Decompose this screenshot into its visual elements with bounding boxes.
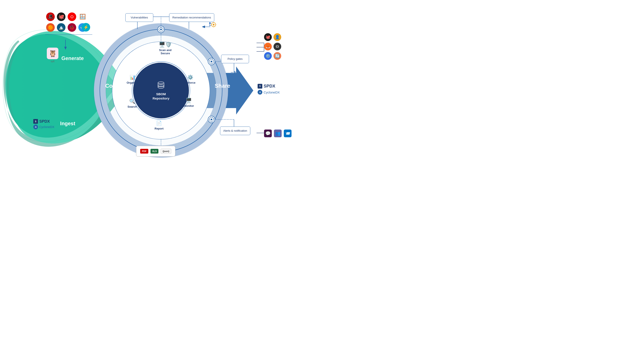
organize-label: 📊 Organize (127, 75, 139, 84)
generate-label: Generate (62, 55, 84, 61)
notification-icons: 💬 👥 📨 (264, 129, 292, 137)
sbom-label: SBOM Repository (153, 92, 169, 100)
syft-icon: 🦉 (47, 48, 58, 59)
alpine-logo: 🏔️ (57, 23, 66, 32)
spdx-left-label: SPDX (39, 119, 50, 124)
cicd-icons: 🐙 👤 🦊 CI ⚙️ 🔄 (264, 33, 281, 60)
user-cicd-icon: 👤 (274, 33, 281, 41)
center-label: SBOM Repository (153, 81, 169, 100)
search-label: 🔍 Search (128, 99, 137, 108)
xlsx-badge: XLS (150, 149, 158, 154)
top-logos-grid: 🎩 🐙 ⬡ 🪟 🟠 🏔️ 🐞 🐳 (46, 12, 87, 32)
collect-label: Collect (105, 82, 124, 89)
logos-divider (45, 34, 92, 35)
redhat-logo: 🎩 (46, 12, 55, 21)
database-icon (153, 81, 169, 91)
syft-block: 🦉 syft (47, 48, 58, 63)
teams-icon: 👥 (274, 129, 282, 137)
output-formats-box: PDF XLS {json} (136, 146, 176, 157)
policy-gates-box: Policy gates (221, 55, 249, 63)
syft-label: syft (51, 60, 54, 63)
svg-marker-48 (204, 24, 212, 26)
spdx-right: S SPDX ♻ CycloneDX (258, 84, 280, 95)
svg-marker-40 (202, 25, 205, 28)
vulnerabilities-box: Vulnerabilities (125, 13, 153, 22)
svg-point-17 (210, 61, 212, 62)
github-cicd-icon: 🐙 (264, 33, 272, 41)
svg-marker-47 (204, 22, 212, 24)
report-label: 📄 Report (154, 120, 164, 130)
scan-secure-label: 🖥️🛡️ Scan and Secure (159, 42, 172, 55)
email-icon: 📨 (284, 129, 292, 137)
cyclonedx-right-label: CycloneDX (264, 90, 280, 94)
cyclonedx-left-label: CycloneDX (39, 125, 54, 129)
github-logo: 🐙 (57, 12, 66, 21)
kubernetes-icon: ⚙️ (264, 52, 272, 60)
argo-icon: 🔄 (274, 52, 281, 60)
search-icon: 🔍 (129, 99, 135, 104)
enforce-label: ⚙️ Enforce (185, 75, 195, 84)
enforce-icon: ⚙️ (188, 75, 193, 80)
pdf-badge: PDF (140, 149, 148, 154)
falco-logo: ⚡ (82, 23, 90, 31)
spdx-right-label: SPDX (264, 84, 275, 89)
svg-point-64 (158, 86, 164, 88)
oracle-logo: ⬡ (68, 12, 76, 21)
remediation-box: Remediation recommendations (169, 13, 214, 22)
ubuntu-logo: 🟠 (46, 23, 55, 32)
scan-icon: 🖥️🛡️ (159, 42, 172, 48)
spdx-left: S SPDX ♻ CycloneDX (33, 119, 54, 129)
alerts-box: Alerts & notification (220, 126, 250, 135)
share-label: Share (215, 82, 230, 89)
diagram-container: 🎩 🐙 ⬡ 🪟 🟠 🏔️ 🐞 🐳 ⚡ 🦉 syft Generate Colle… (0, 0, 322, 181)
svg-point-20 (210, 119, 212, 120)
windows-logo: 🪟 (78, 12, 87, 21)
monitor-icon: 🖥️ (186, 98, 192, 103)
debian-logo: 🐞 (68, 23, 76, 32)
monitor-label: 🖥️ Monitor (184, 98, 194, 107)
organize-icon: 📊 (130, 75, 136, 80)
slack-icon: 💬 (264, 129, 272, 137)
report-icon: 📄 (156, 120, 162, 126)
ingest-label: Ingest (60, 120, 75, 126)
svg-point-42 (213, 24, 214, 25)
circle-ci-icon: CI (274, 43, 281, 50)
gitlab-cicd-icon: 🦊 (264, 43, 272, 50)
json-badge: {json} (160, 149, 171, 154)
